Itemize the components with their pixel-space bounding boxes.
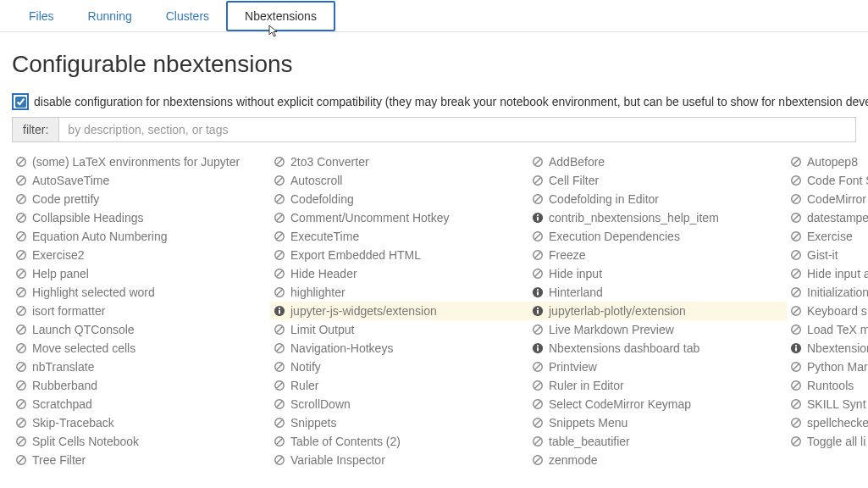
extension-label: Code Font S xyxy=(807,174,868,187)
extension-item[interactable]: AddBefore xyxy=(528,152,787,171)
extension-item[interactable]: nbTranslate xyxy=(12,358,270,376)
tab-files[interactable]: Files xyxy=(12,3,71,30)
extension-item[interactable]: SKILL Synt xyxy=(787,395,868,413)
extension-item[interactable]: Gist-it xyxy=(787,246,868,264)
extension-item[interactable]: Code prettify xyxy=(12,190,270,208)
extension-item[interactable]: Select CodeMirror Keymap xyxy=(528,395,787,413)
extension-label: Collapsible Headings xyxy=(32,211,144,225)
extension-item[interactable]: Skip-Traceback xyxy=(12,413,270,432)
extension-item[interactable]: Code Font S xyxy=(787,171,868,190)
extension-item[interactable]: Cell Filter xyxy=(528,171,787,190)
extension-item[interactable]: zenmode xyxy=(528,451,787,469)
disabled-icon xyxy=(15,454,27,466)
extension-item[interactable]: Codefolding in Editor xyxy=(528,190,787,208)
extension-item[interactable]: Initialization xyxy=(787,283,868,302)
extension-item[interactable]: isort formatter xyxy=(12,302,270,320)
extension-item[interactable]: Move selected cells xyxy=(12,339,270,358)
extension-item[interactable]: Notify xyxy=(270,358,528,376)
extension-label: Codefolding in Editor xyxy=(549,192,659,206)
filter-input[interactable] xyxy=(58,117,856,142)
main-content: Configurable nbextensions disable config… xyxy=(0,32,868,469)
extension-item[interactable]: Help panel xyxy=(12,264,270,283)
extension-item[interactable]: Launch QTConsole xyxy=(12,320,270,339)
extension-item[interactable]: Execution Dependencies xyxy=(528,227,787,246)
extension-item[interactable]: Split Cells Notebook xyxy=(12,432,270,451)
extensions-grid: (some) LaTeX environments for Jupyter2to… xyxy=(12,152,856,469)
extension-item[interactable]: Exercise2 xyxy=(12,246,270,264)
extension-item[interactable]: Table of Contents (2) xyxy=(270,432,528,451)
extension-item[interactable]: Hide Header xyxy=(270,264,528,283)
disabled-icon xyxy=(532,230,544,242)
extension-item[interactable]: Python Mar xyxy=(787,358,868,376)
extension-item[interactable]: Toggle all li xyxy=(787,432,868,451)
disabled-icon xyxy=(274,361,285,373)
compat-checkbox[interactable] xyxy=(15,97,26,108)
disabled-icon xyxy=(790,380,802,391)
extension-item[interactable]: Printview xyxy=(528,358,787,376)
extension-label: Freeze xyxy=(549,248,586,262)
disabled-icon xyxy=(15,193,27,205)
extension-label: Hide input a xyxy=(807,267,868,280)
extension-item[interactable]: jupyterlab-plotly/extension xyxy=(528,302,787,320)
extension-item[interactable]: contrib_nbextensions_help_item xyxy=(528,208,787,227)
extension-item[interactable]: Scratchpad xyxy=(12,395,270,413)
extension-item[interactable]: Snippets Menu xyxy=(528,413,787,432)
extension-label: Code prettify xyxy=(32,192,99,206)
extension-item[interactable]: Nbextension xyxy=(787,339,868,358)
extension-item[interactable]: AutoSaveTime xyxy=(12,171,270,190)
disabled-icon xyxy=(274,398,285,410)
extension-item[interactable]: CodeMirror xyxy=(787,190,868,208)
extension-item[interactable]: table_beautifier xyxy=(528,432,787,451)
extension-item[interactable]: Rubberband xyxy=(12,376,270,395)
extension-item[interactable]: spellchecke xyxy=(787,413,868,432)
filter-label: filter: xyxy=(12,117,58,142)
extension-item[interactable]: Autoscroll xyxy=(270,171,528,190)
extension-item[interactable]: Autopep8 xyxy=(787,152,868,171)
extension-item[interactable]: Nbextensions dashboard tab xyxy=(528,339,787,358)
extension-item[interactable]: 2to3 Converter xyxy=(270,152,528,171)
extension-item[interactable]: Exercise xyxy=(787,227,868,246)
extension-item[interactable]: Highlight selected word xyxy=(12,283,270,302)
extension-item[interactable]: Keyboard s xyxy=(787,302,868,320)
disabled-icon xyxy=(15,156,27,168)
extension-item[interactable]: jupyter-js-widgets/extension xyxy=(270,302,528,320)
tab-running[interactable]: Running xyxy=(71,3,149,30)
extension-item[interactable]: Equation Auto Numbering xyxy=(12,227,270,246)
extension-item[interactable]: highlighter xyxy=(270,283,528,302)
tab-nbextensions[interactable]: Nbextensions xyxy=(226,1,335,31)
extension-label: Snippets xyxy=(290,416,336,430)
extension-label: Move selected cells xyxy=(32,341,135,355)
extension-label: Cell Filter xyxy=(549,174,599,187)
extension-item[interactable]: Limit Output xyxy=(270,320,528,339)
extension-item[interactable]: Export Embedded HTML xyxy=(270,246,528,264)
extension-label: jupyter-js-widgets/extension xyxy=(290,304,437,318)
extension-item[interactable]: Hinterland xyxy=(528,283,787,302)
extension-item[interactable]: Freeze xyxy=(528,246,787,264)
extension-item[interactable]: Collapsible Headings xyxy=(12,208,270,227)
extension-item[interactable]: Codefolding xyxy=(270,190,528,208)
disabled-icon xyxy=(274,175,285,186)
info-icon xyxy=(532,212,544,224)
extension-item[interactable]: Tree Filter xyxy=(12,451,270,469)
extension-item[interactable]: datestampe xyxy=(787,208,868,227)
disabled-icon xyxy=(15,286,27,298)
extension-item[interactable]: ScrollDown xyxy=(270,395,528,413)
extension-label: 2to3 Converter xyxy=(290,155,369,169)
extension-label: Hide input xyxy=(549,267,602,280)
extension-item[interactable]: Ruler in Editor xyxy=(528,376,787,395)
extension-item[interactable]: (some) LaTeX environments for Jupyter xyxy=(12,152,270,171)
tab-clusters[interactable]: Clusters xyxy=(149,3,226,30)
extension-item[interactable]: ExecuteTime xyxy=(270,227,528,246)
extension-item[interactable]: Hide input xyxy=(528,264,787,283)
extension-item[interactable]: Navigation-Hotkeys xyxy=(270,339,528,358)
disabled-icon xyxy=(790,212,802,224)
extension-item[interactable]: Ruler xyxy=(270,376,528,395)
extension-item[interactable]: Runtools xyxy=(787,376,868,395)
extension-item[interactable]: Variable Inspector xyxy=(270,451,528,469)
extension-item[interactable]: Comment/Uncomment Hotkey xyxy=(270,208,528,227)
extension-item[interactable]: Load TeX m xyxy=(787,320,868,339)
extension-item[interactable]: Snippets xyxy=(270,413,528,432)
extension-item[interactable]: Hide input a xyxy=(787,264,868,283)
disabled-icon xyxy=(532,454,544,466)
extension-item[interactable]: Live Markdown Preview xyxy=(528,320,787,339)
